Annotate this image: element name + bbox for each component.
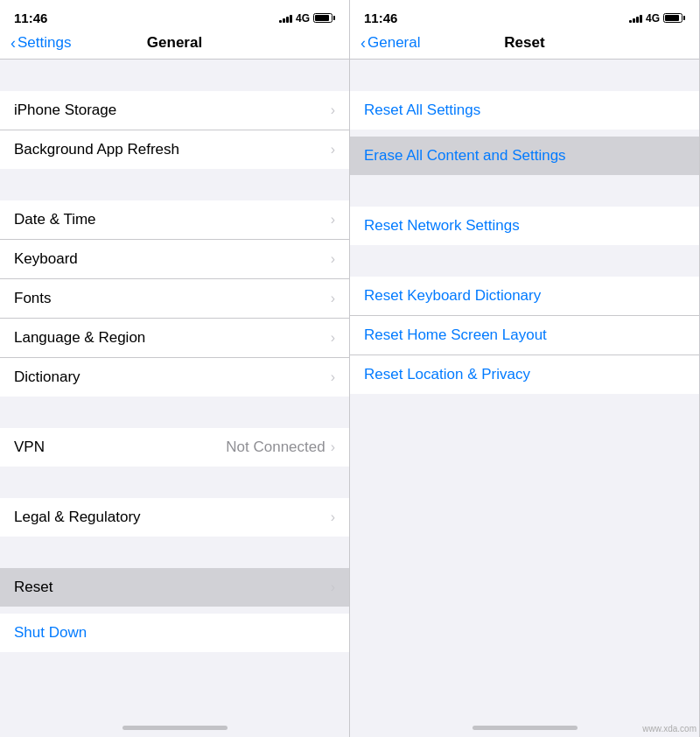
date-time-item[interactable]: Date & Time ›: [0, 200, 349, 240]
left-section-5: Reset ›: [0, 568, 349, 607]
network-label: 4G: [296, 12, 310, 25]
right-status-bar: 11:46 4G: [350, 0, 699, 31]
right-battery-icon: [663, 13, 685, 23]
right-panel: 11:46 4G ‹ Ge: [350, 0, 700, 737]
left-panel: 11:46 4G ‹ Se: [0, 0, 350, 737]
reset-keyboard-dict-label: Reset Keyboard Dictionary: [364, 287, 541, 305]
left-status-icons: 4G: [279, 12, 335, 25]
left-nav-title: General: [147, 34, 202, 52]
left-section-1: iPhone Storage › Background App Refresh …: [0, 91, 349, 169]
right-signal-icon: [629, 13, 642, 23]
right-back-chevron-icon: ‹: [360, 35, 366, 51]
left-divider-2: [0, 169, 349, 200]
reset-home-screen-item[interactable]: Reset Home Screen Layout: [350, 316, 699, 355]
right-time: 11:46: [364, 11, 397, 25]
dictionary-item[interactable]: Dictionary ›: [0, 358, 349, 397]
chevron-right-icon: ›: [331, 509, 335, 525]
left-time: 11:46: [14, 11, 47, 25]
right-status-icons: 4G: [629, 12, 685, 25]
iphone-storage-item[interactable]: iPhone Storage ›: [0, 91, 349, 130]
date-time-label: Date & Time: [14, 211, 96, 228]
left-back-button[interactable]: ‹ Settings: [10, 34, 71, 52]
left-status-bar: 11:46 4G: [0, 0, 349, 31]
background-app-refresh-label: Background App Refresh: [14, 141, 179, 158]
left-divider-6: [0, 607, 349, 614]
right-section-2: Erase All Content and Settings: [350, 137, 699, 175]
language-region-item[interactable]: Language & Region ›: [0, 319, 349, 358]
chevron-right-icon: ›: [331, 439, 335, 455]
right-divider-4: [350, 245, 699, 277]
reset-keyboard-dict-item[interactable]: Reset Keyboard Dictionary: [350, 277, 699, 316]
reset-label: Reset: [14, 579, 52, 596]
chevron-right-icon: ›: [331, 369, 335, 385]
reset-all-settings-item[interactable]: Reset All Settings: [350, 91, 699, 130]
back-chevron-icon: ‹: [10, 35, 16, 51]
vpn-item[interactable]: VPN Not Connected ›: [0, 428, 349, 467]
reset-item[interactable]: Reset ›: [0, 568, 349, 607]
background-app-refresh-item[interactable]: Background App Refresh ›: [0, 130, 349, 169]
legal-regulatory-label: Legal & Regulatory: [14, 509, 141, 526]
fonts-item[interactable]: Fonts ›: [0, 279, 349, 319]
fonts-label: Fonts: [14, 290, 52, 307]
erase-all-content-item[interactable]: Erase All Content and Settings: [350, 137, 699, 175]
chevron-right-icon: ›: [331, 291, 335, 306]
right-section-1: Reset All Settings: [350, 91, 699, 130]
right-back-button[interactable]: ‹ General: [360, 34, 420, 52]
battery-icon: [313, 13, 335, 23]
watermark: www.xda.com: [642, 724, 696, 733]
home-bar: [122, 726, 228, 730]
right-back-label: General: [368, 34, 420, 52]
right-network-label: 4G: [646, 12, 660, 25]
legal-regulatory-item[interactable]: Legal & Regulatory ›: [0, 498, 349, 537]
left-divider-3: [0, 397, 349, 428]
right-section-4: Reset Keyboard Dictionary Reset Home Scr…: [350, 277, 699, 394]
left-divider-5: [0, 537, 349, 568]
left-spacer: [0, 652, 349, 722]
iphone-storage-label: iPhone Storage: [14, 102, 116, 119]
dictionary-label: Dictionary: [14, 368, 80, 386]
reset-network-item[interactable]: Reset Network Settings: [350, 207, 699, 245]
right-nav-title: Reset: [504, 34, 544, 52]
chevron-right-icon: ›: [331, 330, 335, 346]
vpn-value: Not Connected: [226, 439, 325, 456]
left-nav-bar: ‹ Settings General: [0, 31, 349, 60]
chevron-right-icon: ›: [331, 251, 335, 267]
shutdown-item[interactable]: Shut Down: [0, 614, 349, 652]
signal-icon: [279, 13, 292, 23]
left-back-label: Settings: [18, 34, 71, 52]
left-home-indicator: [0, 722, 349, 737]
keyboard-item[interactable]: Keyboard ›: [0, 240, 349, 279]
right-nav-bar: ‹ General Reset: [350, 31, 699, 60]
left-divider-1: [0, 60, 349, 91]
chevron-right-icon: ›: [331, 212, 335, 228]
shutdown-label: Shut Down: [14, 624, 87, 642]
right-spacer: [350, 394, 699, 722]
left-section-2: Date & Time › Keyboard › Fonts › Languag…: [0, 200, 349, 397]
left-divider-4: [0, 467, 349, 498]
right-divider-1: [350, 60, 699, 91]
reset-network-label: Reset Network Settings: [364, 217, 520, 235]
language-region-label: Language & Region: [14, 329, 145, 347]
reset-location-privacy-item[interactable]: Reset Location & Privacy: [350, 355, 699, 394]
right-divider-3: [350, 175, 699, 207]
left-section-3: VPN Not Connected ›: [0, 428, 349, 467]
right-divider-2: [350, 130, 699, 137]
reset-location-privacy-label: Reset Location & Privacy: [364, 366, 530, 383]
reset-home-screen-label: Reset Home Screen Layout: [364, 326, 547, 344]
reset-all-settings-label: Reset All Settings: [364, 102, 480, 119]
vpn-label: VPN: [14, 439, 45, 456]
left-section-4: Legal & Regulatory ›: [0, 498, 349, 537]
right-home-bar: [472, 726, 578, 730]
erase-all-content-label: Erase All Content and Settings: [364, 147, 566, 165]
right-section-3: Reset Network Settings: [350, 207, 699, 245]
chevron-right-icon: ›: [331, 142, 335, 158]
chevron-right-icon: ›: [331, 579, 335, 595]
chevron-right-icon: ›: [331, 102, 335, 118]
keyboard-label: Keyboard: [14, 250, 78, 268]
